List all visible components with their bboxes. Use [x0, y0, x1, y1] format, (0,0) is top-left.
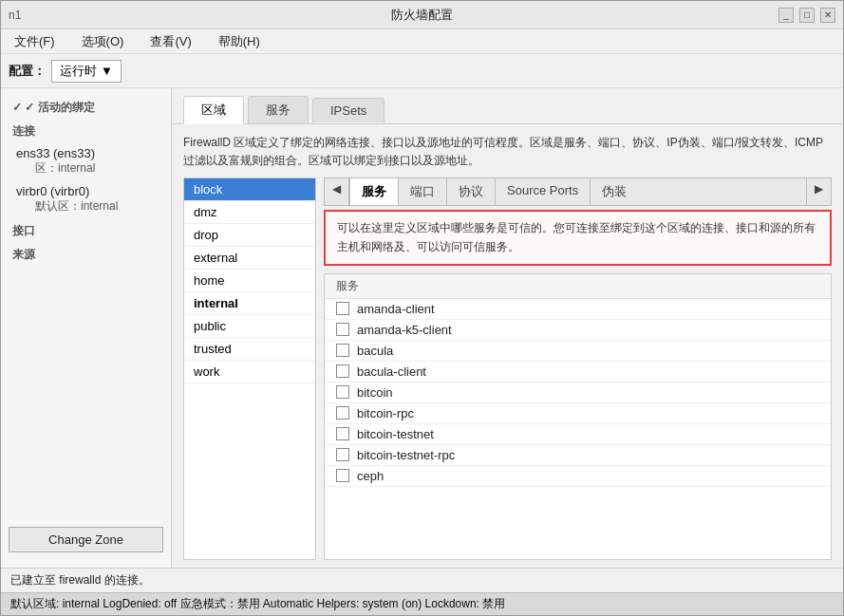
- service-name: bitcoin: [357, 385, 393, 400]
- title-bar-left: n1: [9, 9, 66, 22]
- sidebar-item-virbr0[interactable]: virbr0 (virbr0) 默认区：internal: [1, 181, 171, 219]
- dropdown-arrow-icon: ▼: [101, 64, 113, 78]
- service-name: bitcoin-testnet: [357, 427, 434, 441]
- menubar: 文件(F) 选项(O) 查看(V) 帮助(H): [1, 29, 843, 54]
- zone-tab-next-button[interactable]: ▶: [806, 178, 831, 205]
- services-list-header: 服务: [325, 274, 831, 299]
- zone-list-item[interactable]: internal: [184, 292, 315, 315]
- config-value: 运行时: [60, 63, 97, 80]
- services-list: 服务 amanda-clientamanda-k5-clientbaculaba…: [324, 273, 832, 560]
- virbr0-sub: 默认区：internal: [16, 198, 156, 216]
- description-text: FirewallD 区域定义了绑定的网络连接、接口以及源地址的可信程度。区域是服…: [172, 124, 843, 177]
- menu-help[interactable]: 帮助(H): [213, 31, 266, 52]
- service-name: bitcoin-testnet-rpc: [357, 448, 455, 462]
- service-checkbox[interactable]: [336, 364, 349, 378]
- zone-tab-item[interactable]: 伪装: [590, 178, 638, 205]
- service-item[interactable]: bitcoin-testnet-rpc: [325, 445, 831, 466]
- minimize-button[interactable]: _: [778, 8, 794, 23]
- status-bar-bottom: 默认区域: internal LogDenied: off 应急模式：禁用 Au…: [1, 592, 843, 615]
- service-item[interactable]: bitcoin: [325, 383, 831, 403]
- zone-tab-item[interactable]: Source Ports: [495, 178, 590, 205]
- zone-tab-item[interactable]: 端口: [398, 178, 446, 205]
- sidebar: ✓ ✓ 活动的绑定 连接 ens33 (ens33) 区：internal vi…: [1, 88, 172, 568]
- service-item[interactable]: amanda-k5-client: [325, 320, 831, 341]
- right-panel: 区域 服务 IPSets FirewallD 区域定义了绑定的网络连接、接口以及…: [172, 88, 843, 568]
- service-name: bacula: [357, 344, 393, 358]
- service-name: amanda-k5-client: [357, 323, 452, 337]
- zone-tab-item[interactable]: 协议: [446, 178, 495, 205]
- sidebar-item-ens33[interactable]: ens33 (ens33) 区：internal: [1, 143, 171, 181]
- zone-list-item[interactable]: trusted: [184, 338, 315, 361]
- zone-tab-prev-button[interactable]: ◀: [325, 178, 349, 205]
- close-button[interactable]: ✕: [820, 8, 835, 23]
- service-item[interactable]: bacula-client: [325, 362, 831, 383]
- service-item[interactable]: bacula: [325, 341, 831, 362]
- status-bar: 已建立至 firewalld 的连接。: [1, 568, 843, 592]
- zone-list-item[interactable]: dmz: [184, 201, 315, 224]
- change-zone-button[interactable]: Change Zone: [9, 527, 163, 552]
- status-text: 已建立至 firewalld 的连接。: [10, 573, 150, 587]
- main-content: ✓ ✓ 活动的绑定 连接 ens33 (ens33) 区：internal vi…: [1, 88, 843, 568]
- menu-file[interactable]: 文件(F): [9, 31, 61, 52]
- zone-detail: ◀ 服务端口协议Source Ports伪装 ▶ 可以在这里定义区域中哪些服务是…: [324, 177, 832, 560]
- zone-list: blockdmzdropexternalhomeinternalpublictr…: [183, 177, 316, 560]
- source-label: 来源: [1, 243, 171, 267]
- zone-list-item[interactable]: home: [184, 270, 315, 292]
- title-bar: n1 防火墙配置 _ □ ✕: [1, 1, 843, 29]
- service-checkbox[interactable]: [336, 385, 349, 399]
- service-checkbox[interactable]: [336, 323, 349, 336]
- active-binding-section: ✓ ✓ 活动的绑定: [1, 96, 171, 120]
- zone-list-item[interactable]: public: [184, 315, 315, 338]
- service-name: bacula-client: [357, 364, 426, 379]
- service-checkbox[interactable]: [336, 427, 349, 440]
- service-name: ceph: [357, 469, 384, 483]
- menu-view[interactable]: 查看(V): [144, 31, 197, 52]
- main-tab-bar: 区域 服务 IPSets: [172, 88, 843, 124]
- zone-list-item[interactable]: block: [184, 178, 315, 201]
- main-window: n1 防火墙配置 _ □ ✕ 文件(F) 选项(O) 查看(V) 帮助(H) 配…: [0, 0, 844, 616]
- service-name: amanda-client: [357, 302, 435, 316]
- config-dropdown[interactable]: 运行时 ▼: [51, 60, 122, 83]
- toolbar: 配置： 运行时 ▼: [1, 54, 843, 88]
- service-checkbox[interactable]: [336, 302, 349, 315]
- interface-label: 接口: [1, 219, 171, 243]
- maximize-button[interactable]: □: [799, 8, 815, 23]
- service-checkbox[interactable]: [336, 406, 349, 420]
- virbr0-name: virbr0 (virbr0): [16, 184, 156, 198]
- service-item[interactable]: bitcoin-rpc: [325, 403, 831, 424]
- ens33-sub: 区：internal: [16, 160, 156, 178]
- window-title: 防火墙配置: [66, 7, 778, 24]
- tab-ipsets[interactable]: IPSets: [312, 98, 384, 122]
- service-checkbox[interactable]: [336, 469, 349, 482]
- info-box: 可以在这里定义区域中哪些服务是可信的。您可连接至绑定到这个区域的连接、接口和源的…: [324, 210, 832, 265]
- service-item[interactable]: bitcoin-testnet: [325, 424, 831, 445]
- tab-services[interactable]: 服务: [248, 96, 309, 123]
- sidebar-bottom: Change Zone: [1, 519, 171, 560]
- zone-tab-row: ◀ 服务端口协议Source Ports伪装 ▶: [324, 177, 832, 206]
- service-item[interactable]: amanda-client: [325, 299, 831, 320]
- window-controls: _ □ ✕: [778, 8, 835, 23]
- service-checkbox[interactable]: [336, 448, 349, 461]
- zone-list-item[interactable]: work: [184, 361, 315, 383]
- tab-zones[interactable]: 区域: [183, 96, 244, 124]
- zone-list-item[interactable]: external: [184, 247, 315, 270]
- service-checkbox[interactable]: [336, 344, 349, 357]
- ens33-name: ens33 (ens33): [16, 146, 156, 160]
- menu-options[interactable]: 选项(O): [76, 31, 130, 52]
- connections-label: 连接: [1, 120, 171, 143]
- service-name: bitcoin-rpc: [357, 406, 414, 420]
- zone-tab-item[interactable]: 服务: [349, 178, 398, 205]
- checkmark-icon: ✓: [12, 101, 25, 114]
- zone-list-item[interactable]: drop: [184, 224, 315, 247]
- status-bottom-text: 默认区域: internal LogDenied: off 应急模式：禁用 Au…: [10, 597, 505, 610]
- config-label: 配置：: [9, 63, 46, 80]
- service-item[interactable]: ceph: [325, 466, 831, 487]
